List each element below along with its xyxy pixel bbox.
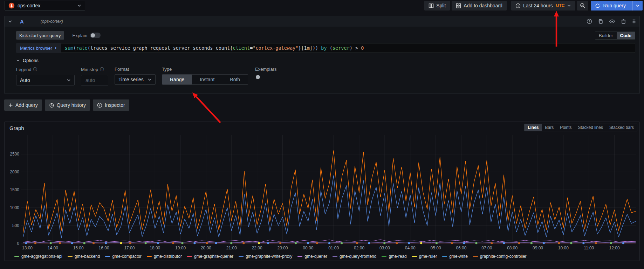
exemplars-field-group: Exemplars bbox=[255, 67, 276, 74]
add-to-dashboard-button[interactable]: Add to dashboard bbox=[452, 1, 507, 11]
chevron-down-icon bbox=[567, 4, 571, 8]
format-field-group: Format Time series bbox=[115, 67, 156, 85]
kick-start-query-button[interactable]: Kick start your query bbox=[16, 31, 64, 40]
explain-toggle[interactable] bbox=[90, 33, 101, 38]
series-line-gme-querier bbox=[23, 240, 636, 242]
metrics-browser-button[interactable]: Metrics browser bbox=[16, 43, 61, 53]
min-step-field-group: Min stepⓘ bbox=[81, 67, 108, 85]
add-query-button[interactable]: Add query bbox=[4, 99, 42, 111]
baseline-point-marker bbox=[316, 242, 318, 244]
baseline-point-marker bbox=[206, 242, 208, 244]
legend-item[interactable]: gme-backend bbox=[68, 254, 100, 259]
baseline-point-marker bbox=[420, 242, 422, 244]
promql-query-input[interactable]: sum(rate(traces_service_graph_request_se… bbox=[61, 43, 635, 53]
x-axis-tick-label: 10:00 bbox=[558, 246, 569, 250]
legend-item[interactable]: gme-distributor bbox=[147, 254, 182, 259]
timeseries-plot[interactable]: 0500100015002000250013:0014:0015:0016:00… bbox=[5, 122, 639, 261]
legend-item[interactable]: gme-write bbox=[442, 254, 468, 259]
legend-item[interactable]: gme-aggregations-api bbox=[14, 254, 62, 259]
baseline-point-marker bbox=[558, 242, 560, 244]
run-query-button[interactable]: Run query bbox=[591, 1, 643, 11]
legend-item[interactable]: gme-graphite-write-proxy bbox=[239, 254, 292, 259]
split-button[interactable]: Split bbox=[424, 1, 450, 11]
legend-item[interactable]: graphite-config-controller bbox=[473, 254, 527, 259]
help-icon[interactable]: ? bbox=[587, 19, 592, 24]
legend-item[interactable]: gme-querier bbox=[297, 254, 327, 259]
info-icon: ⓘ bbox=[33, 67, 37, 73]
code-tab[interactable]: Code bbox=[617, 32, 635, 39]
options-collapse-header[interactable]: Options bbox=[16, 58, 48, 63]
query-token: server bbox=[333, 45, 350, 51]
run-query-label: Run query bbox=[603, 3, 626, 8]
x-axis-tick-label: 03:00 bbox=[379, 246, 390, 250]
legend-series-name: gme-ruler bbox=[419, 254, 437, 259]
remove-query-trash-icon[interactable] bbox=[621, 19, 626, 24]
baseline-point-marker bbox=[341, 242, 343, 244]
legend-series-name: gme-compactor bbox=[112, 254, 141, 259]
legend-item[interactable]: gme-compactor bbox=[105, 254, 141, 259]
baseline-point-marker bbox=[475, 242, 478, 244]
query-token: rate bbox=[76, 45, 88, 51]
legend-item[interactable]: gme-ruler bbox=[412, 254, 437, 259]
min-step-input[interactable] bbox=[85, 77, 104, 83]
chevron-down-icon bbox=[77, 4, 81, 8]
x-axis-tick-label: 22:00 bbox=[252, 246, 262, 250]
chevron-down-icon bbox=[67, 78, 71, 82]
zoom-out-button[interactable] bbox=[577, 1, 588, 11]
x-axis-tick-label: 19:00 bbox=[175, 246, 186, 250]
datasource-picker[interactable]: ops-cortex bbox=[5, 1, 85, 11]
legend-series-name: gme-graphite-write-proxy bbox=[246, 254, 292, 259]
split-label: Split bbox=[436, 3, 446, 8]
baseline-point-marker bbox=[181, 242, 184, 244]
legend-item[interactable]: gme-read bbox=[382, 254, 406, 259]
query-token: }[1m])) bbox=[298, 45, 321, 51]
query-type-selector: RangeInstantBoth bbox=[162, 74, 248, 85]
query-row-header[interactable]: A (ops-cortex) ? bbox=[5, 16, 639, 27]
type-option-range[interactable]: Range bbox=[162, 75, 192, 84]
legend-series-color bbox=[382, 256, 386, 257]
type-option-instant[interactable]: Instant bbox=[192, 75, 222, 84]
baseline-point-marker bbox=[307, 242, 309, 244]
legend-series-name: gme-backend bbox=[75, 254, 100, 259]
baseline-point-marker bbox=[530, 242, 533, 244]
type-field-label: Type bbox=[162, 67, 172, 72]
legend-item[interactable]: gme-query-frontend bbox=[333, 254, 376, 259]
baseline-point-marker bbox=[543, 242, 545, 244]
x-axis-tick-label: 09:00 bbox=[533, 246, 543, 250]
top-toolbar: ops-cortex Split Add to dashboard bbox=[0, 0, 644, 12]
builder-tab[interactable]: Builder bbox=[595, 32, 616, 39]
legend-select[interactable]: Auto bbox=[16, 75, 75, 85]
baseline-point-marker bbox=[242, 242, 245, 244]
baseline-point-marker bbox=[105, 242, 107, 244]
x-axis-tick-label: 14:00 bbox=[48, 246, 58, 250]
query-token: { bbox=[230, 45, 233, 51]
format-select[interactable]: Time series bbox=[115, 74, 156, 85]
explain-label: Explain bbox=[73, 33, 88, 38]
query-history-button[interactable]: Query history bbox=[45, 99, 90, 111]
series-legend: gme-aggregations-apigme-backendgme-compa… bbox=[14, 254, 637, 259]
query-token: sum bbox=[65, 45, 73, 51]
builder-code-toggle: Builder Code bbox=[595, 32, 635, 40]
baseline-point-marker bbox=[463, 242, 465, 244]
time-picker-button[interactable]: Last 24 hours UTC bbox=[511, 1, 576, 11]
legend-series-color bbox=[297, 256, 302, 257]
hide-response-eye-icon[interactable] bbox=[609, 19, 615, 24]
query-token: "cortex-gateway" bbox=[253, 45, 298, 51]
collapse-chevron-icon[interactable] bbox=[8, 19, 12, 23]
baseline-point-marker bbox=[396, 242, 398, 244]
baseline-point-marker bbox=[145, 242, 147, 244]
inspector-button[interactable]: Inspector bbox=[93, 99, 129, 111]
clock-icon bbox=[515, 3, 521, 8]
type-option-both[interactable]: Both bbox=[222, 75, 248, 84]
toolbar-actions: Split Add to dashboard Last 24 hours UTC bbox=[424, 1, 643, 11]
baseline-point-marker bbox=[230, 242, 232, 244]
baseline-point-marker bbox=[610, 242, 612, 244]
duplicate-icon[interactable] bbox=[598, 19, 603, 24]
run-query-dropdown[interactable] bbox=[632, 1, 643, 11]
graph-panel: Graph LinesBarsPointsStacked linesStacke… bbox=[4, 122, 640, 261]
baseline-point-marker bbox=[129, 242, 131, 244]
drag-handle-icon[interactable] bbox=[632, 19, 636, 24]
sync-icon bbox=[595, 3, 600, 8]
add-to-dashboard-label: Add to dashboard bbox=[464, 3, 502, 8]
legend-item[interactable]: gme-graphite-querier bbox=[187, 254, 233, 259]
